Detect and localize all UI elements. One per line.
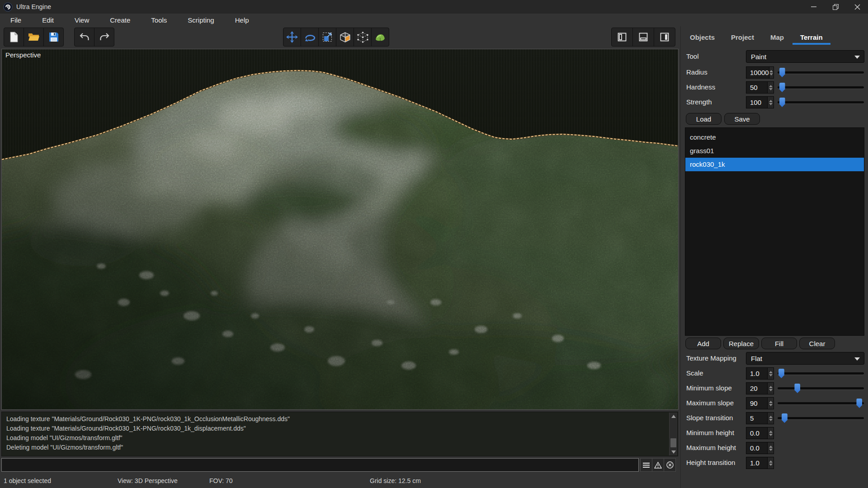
hardness-slider-thumb[interactable] — [779, 83, 785, 92]
minimum-slope-field[interactable]: 20 — [746, 382, 774, 394]
minimum-slope-slider[interactable] — [778, 384, 864, 393]
save-icon — [49, 32, 59, 42]
texture-item-concrete[interactable]: concrete — [685, 131, 864, 144]
strength-row: Strength100 — [681, 96, 868, 108]
command-input[interactable] — [1, 458, 639, 472]
strength-field[interactable]: 100 — [746, 96, 774, 108]
minimize-button[interactable] — [803, 0, 825, 14]
terrain-render — [2, 49, 678, 409]
fill-button[interactable]: Fill — [761, 338, 797, 349]
scale-button[interactable] — [318, 28, 336, 47]
replace-button[interactable]: Replace — [723, 338, 759, 349]
layout-right-icon — [660, 33, 669, 42]
minimum-height-value: 0.0 — [746, 427, 767, 439]
texture-mapping-label: Texture Mapping — [686, 354, 736, 362]
tab-terrain[interactable]: Terrain — [800, 33, 823, 41]
layout-left-button[interactable] — [611, 28, 633, 47]
clear-errors-icon — [666, 461, 674, 469]
terrain-sculpt-button[interactable] — [371, 28, 389, 47]
undo-icon — [79, 32, 90, 42]
minimum-slope-spinner[interactable] — [767, 383, 774, 394]
add-button[interactable]: Add — [685, 338, 721, 349]
load-button[interactable]: Load — [686, 113, 722, 125]
texture-item-grass01[interactable]: grass01 — [685, 144, 864, 158]
strength-slider-thumb[interactable] — [779, 98, 785, 107]
maximum-height-spinner[interactable] — [767, 442, 774, 454]
tab-project[interactable]: Project — [731, 33, 754, 41]
scale-slider[interactable] — [778, 369, 864, 378]
slope-transition-spinner[interactable] — [767, 413, 774, 424]
strength-spinner[interactable] — [767, 97, 774, 108]
minimum-height-spinner[interactable] — [767, 427, 774, 439]
hardness-spinner[interactable] — [767, 82, 774, 93]
log-list-button[interactable] — [640, 458, 652, 472]
texture-item-rock030-1k[interactable]: rock030_1k — [685, 158, 864, 171]
height-transition-spinner[interactable] — [767, 457, 774, 469]
maximum-slope-field[interactable]: 90 — [746, 397, 774, 409]
restore-button[interactable] — [825, 0, 846, 14]
slope-transition-field[interactable]: 5 — [746, 412, 774, 424]
solid-mode-icon — [340, 32, 351, 43]
scroll-up-icon[interactable] — [670, 413, 677, 420]
slope-transition-slider-thumb[interactable] — [782, 413, 788, 423]
minimum-height-field[interactable]: 0.0 — [746, 427, 774, 439]
slope-transition-slider[interactable] — [778, 413, 864, 423]
radius-slider[interactable] — [778, 68, 864, 77]
maximum-slope-slider-thumb[interactable] — [856, 399, 862, 408]
menu-bar: FileEditViewCreateToolsScriptingHelp — [0, 14, 868, 26]
texture-list: concretegrass01rock030_1k — [685, 127, 864, 336]
solid-mode-button[interactable] — [336, 28, 354, 47]
close-button[interactable] — [846, 0, 868, 14]
tab-objects[interactable]: Objects — [690, 33, 715, 41]
new-file-button[interactable] — [4, 28, 24, 47]
menu-tools[interactable]: Tools — [151, 16, 167, 24]
clear-button[interactable]: Clear — [799, 338, 835, 349]
height-transition-field[interactable]: 1.0 — [746, 457, 774, 469]
redo-button[interactable] — [94, 28, 114, 47]
log-list-icon — [643, 462, 650, 468]
console-scrollbar[interactable] — [669, 413, 677, 455]
menu-view[interactable]: View — [75, 16, 89, 24]
tool-dropdown[interactable]: Paint — [746, 50, 864, 63]
viewport-3d[interactable]: Perspective — [1, 49, 679, 410]
warning-icon — [654, 462, 662, 469]
layout-right-button[interactable] — [654, 28, 675, 47]
move-button[interactable] — [283, 28, 301, 47]
maximum-slope-slider[interactable] — [778, 399, 864, 408]
save-button[interactable]: Save — [724, 113, 760, 125]
maximum-height-field[interactable]: 0.0 — [746, 442, 774, 454]
open-folder-button[interactable] — [24, 28, 44, 47]
scroll-down-icon[interactable] — [670, 448, 677, 455]
texture-mapping-dropdown[interactable]: Flat — [746, 352, 864, 365]
clear-errors-button[interactable] — [664, 458, 676, 472]
radius-slider-thumb[interactable] — [779, 68, 785, 77]
menu-create[interactable]: Create — [110, 16, 130, 24]
radius-field[interactable]: 10000 — [746, 66, 774, 79]
hardness-field[interactable]: 50 — [746, 81, 774, 94]
menu-file[interactable]: File — [10, 16, 21, 24]
scale-slider-thumb[interactable] — [778, 369, 784, 378]
hardness-slider[interactable] — [778, 83, 864, 92]
save-button[interactable] — [43, 28, 64, 47]
strength-slider[interactable] — [778, 98, 864, 107]
scroll-thumb[interactable] — [670, 438, 676, 447]
slope-transition-value: 5 — [746, 413, 767, 424]
wireframe-mode-button[interactable] — [354, 28, 372, 47]
undo-button[interactable] — [74, 28, 94, 47]
menu-edit[interactable]: Edit — [42, 16, 54, 24]
minimum-slope-slider-thumb[interactable] — [794, 384, 800, 393]
rotate-button[interactable] — [301, 28, 319, 47]
tab-map[interactable]: Map — [770, 33, 784, 41]
move-icon — [286, 31, 298, 43]
layout-bottom-button[interactable] — [632, 28, 654, 47]
radius-spinner[interactable] — [769, 67, 774, 78]
maximum-slope-spinner[interactable] — [767, 398, 774, 409]
console-line: Loading texture "Materials/Ground/Rock03… — [6, 414, 667, 424]
menu-scripting[interactable]: Scripting — [188, 16, 214, 24]
menu-help[interactable]: Help — [235, 16, 249, 24]
minimum-height-row: Minimum height0.0 — [681, 427, 868, 439]
slope-transition-label: Slope transition — [686, 414, 733, 422]
warning-button[interactable] — [652, 458, 664, 472]
scale-field[interactable]: 1.0 — [746, 367, 774, 380]
scale-spinner[interactable] — [767, 368, 774, 379]
